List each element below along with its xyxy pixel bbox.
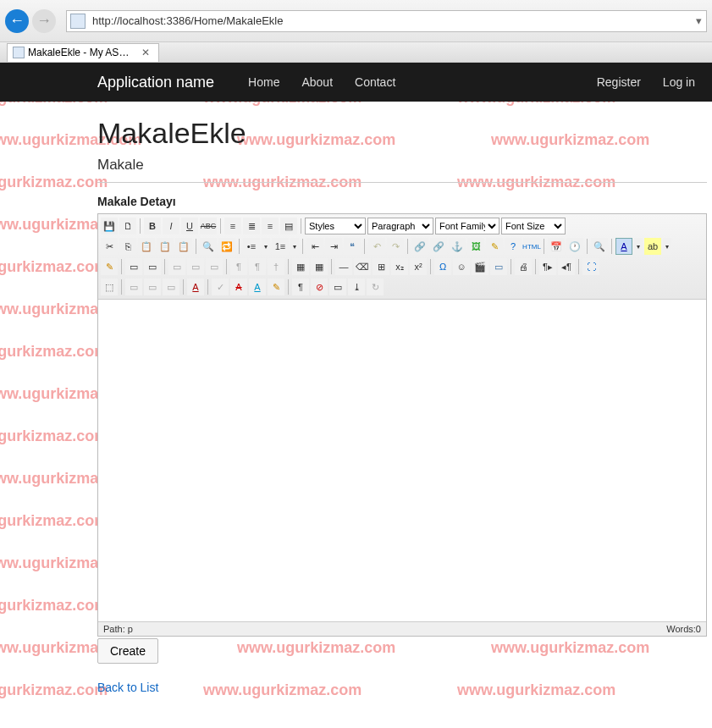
html-icon[interactable]: HTML <box>523 238 540 255</box>
outdent-icon[interactable]: ⇤ <box>306 238 323 255</box>
number-list-icon[interactable]: 1≡ <box>272 238 289 255</box>
align-left-icon[interactable]: ≡ <box>224 218 241 234</box>
attr-icon[interactable]: ¶ <box>230 258 247 275</box>
align-center-icon[interactable]: ≣ <box>243 218 260 234</box>
nav-contact[interactable]: Contact <box>355 75 395 89</box>
time-icon[interactable]: 🕐 <box>566 238 583 255</box>
app-name[interactable]: Application name <box>97 74 214 91</box>
ins-icon[interactable]: A <box>249 279 266 295</box>
redo-icon[interactable]: ↷ <box>387 238 404 255</box>
table2-icon[interactable]: ▦ <box>311 258 328 275</box>
bold-icon[interactable]: B <box>144 218 161 234</box>
tab-close-icon[interactable]: ✕ <box>138 47 153 58</box>
italic-icon[interactable]: I <box>163 218 179 234</box>
bullet-list-icon[interactable]: •≡ <box>243 238 260 255</box>
date-icon[interactable]: 📅 <box>548 238 565 255</box>
cut-icon[interactable]: ✂ <box>101 238 118 255</box>
forward-button[interactable]: → <box>32 9 56 33</box>
blockquote-icon[interactable]: ❝ <box>344 238 361 255</box>
url-dropdown-icon[interactable]: ▾ <box>691 14 706 27</box>
app-header: Application name Home About Contact Regi… <box>0 63 712 102</box>
indent-icon[interactable]: ⇥ <box>325 238 342 255</box>
rtl-icon[interactable]: ◂¶ <box>558 258 575 275</box>
abbr-icon[interactable]: ▭ <box>144 279 161 295</box>
hr-icon[interactable]: — <box>335 258 352 275</box>
url-input[interactable] <box>89 13 691 29</box>
template-icon[interactable]: ▭ <box>329 279 346 295</box>
save-icon[interactable]: 💾 <box>101 218 118 234</box>
create-button[interactable]: Create <box>97 638 158 664</box>
editor-path[interactable]: Path: p <box>103 624 666 634</box>
font-family-select[interactable]: Font Family <box>435 218 500 234</box>
backcolor-icon[interactable]: ab <box>644 238 661 255</box>
find-icon[interactable]: 🔍 <box>200 238 217 255</box>
address-bar[interactable]: ▾ <box>66 10 707 32</box>
char-icon[interactable]: Ω <box>434 258 451 275</box>
login-link[interactable]: Log in <box>663 75 695 89</box>
help-icon[interactable]: ? <box>505 238 522 255</box>
media-icon[interactable]: 🎬 <box>472 258 488 275</box>
copy-icon[interactable]: ⎘ <box>119 238 136 255</box>
replace-icon[interactable]: 🔁 <box>218 238 235 255</box>
back-to-list-link[interactable]: Back to List <box>97 681 158 694</box>
font-size-select[interactable]: Font Size <box>501 218 566 234</box>
attribs-icon[interactable]: ✎ <box>268 279 284 295</box>
sup-icon[interactable]: x² <box>410 258 427 275</box>
restore-icon[interactable]: ↻ <box>367 279 384 295</box>
anchor-icon[interactable]: ⚓ <box>449 238 466 255</box>
paragraph-select[interactable]: Paragraph <box>367 218 433 234</box>
paste-icon[interactable]: 📋 <box>138 238 155 255</box>
attr3-icon[interactable]: † <box>268 258 284 275</box>
align-right-icon[interactable]: ≡ <box>262 218 279 234</box>
layer2-icon[interactable]: ▭ <box>144 258 161 275</box>
abs-icon[interactable]: ▭ <box>206 258 223 275</box>
back-button[interactable]: ← <box>5 9 29 33</box>
preview-icon[interactable]: 🔍 <box>591 238 608 255</box>
cite-icon[interactable]: ▭ <box>125 279 142 295</box>
new-document-icon[interactable]: 🗋 <box>119 218 136 234</box>
cleanup-icon[interactable]: ✎ <box>486 238 503 255</box>
forecolor-menu-icon[interactable]: ▾ <box>634 238 643 255</box>
nav-home[interactable]: Home <box>248 75 279 89</box>
style-props-icon[interactable]: A <box>187 279 204 295</box>
register-link[interactable]: Register <box>597 75 641 89</box>
visualchars-icon[interactable]: ¶ <box>292 279 309 295</box>
acronym-icon[interactable]: ▭ <box>163 279 179 295</box>
editor-content-area[interactable] <box>98 300 706 621</box>
underline-icon[interactable]: U <box>181 218 198 234</box>
iframe-icon[interactable]: ▭ <box>490 258 507 275</box>
pagebreak-icon[interactable]: ⤓ <box>348 279 365 295</box>
move-fwd-icon[interactable]: ▭ <box>168 258 185 275</box>
link-icon[interactable]: 🔗 <box>411 238 428 255</box>
image-icon[interactable]: 🖼 <box>467 238 484 255</box>
fullscreen-icon[interactable]: ⛶ <box>582 258 599 275</box>
strike-icon[interactable]: ABC <box>200 218 217 234</box>
ltr-icon[interactable]: ¶▸ <box>539 258 556 275</box>
emoticon-icon[interactable]: ☺ <box>453 258 470 275</box>
paste-word-icon[interactable]: 📋 <box>175 238 192 255</box>
forecolor-icon[interactable]: A <box>615 238 632 255</box>
undo-icon[interactable]: ↶ <box>368 238 385 255</box>
del-icon[interactable]: A <box>230 279 247 295</box>
visual-aid-icon[interactable]: ⊞ <box>373 258 389 275</box>
align-justify-icon[interactable]: ▤ <box>280 218 297 234</box>
backcolor-menu-icon[interactable]: ▾ <box>663 238 671 255</box>
paste-text-icon[interactable]: 📋 <box>157 238 174 255</box>
nav-about[interactable]: About <box>301 75 333 89</box>
styles-select[interactable]: Styles <box>305 218 366 234</box>
move-back-icon[interactable]: ▭ <box>187 258 204 275</box>
remove-format-icon[interactable]: ⌫ <box>354 258 371 275</box>
browser-tab[interactable]: MakaleEkle - My ASP.NET ... ✕ <box>7 43 159 62</box>
attr2-icon[interactable]: ¶ <box>249 258 266 275</box>
print-icon[interactable]: 🖨 <box>515 258 532 275</box>
edit-icon[interactable]: ✎ <box>101 258 118 275</box>
sub-icon[interactable]: x₂ <box>391 258 408 275</box>
select-all-icon[interactable]: ⬚ <box>101 279 118 295</box>
spell-icon[interactable]: ✓ <box>212 279 229 295</box>
layer-icon[interactable]: ▭ <box>125 258 142 275</box>
nbsp-icon[interactable]: ⊘ <box>311 279 328 295</box>
number-list-menu-icon[interactable]: ▾ <box>290 238 299 255</box>
table-icon[interactable]: ▦ <box>292 258 309 275</box>
unlink-icon[interactable]: 🔗 <box>430 238 447 255</box>
bullet-list-menu-icon[interactable]: ▾ <box>262 238 270 255</box>
